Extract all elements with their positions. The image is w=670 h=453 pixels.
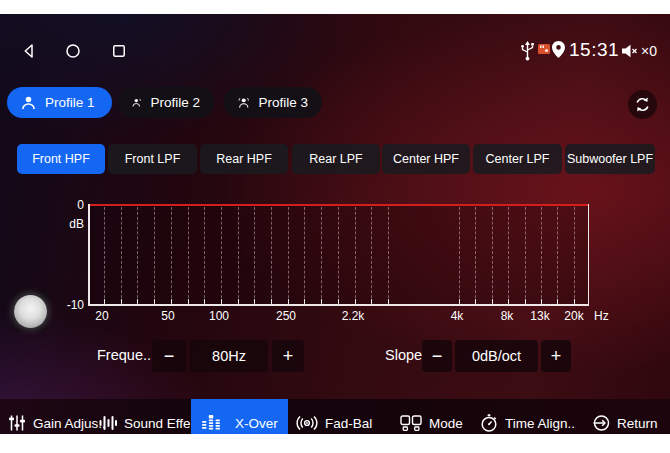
usb-status bbox=[519, 41, 536, 61]
frequency-label: Freque.. bbox=[97, 347, 151, 363]
grid-line bbox=[204, 207, 205, 303]
tab-subwoofer-lpf[interactable]: Subwoofer LPF bbox=[565, 144, 655, 174]
nav-item-label: Mode bbox=[429, 416, 463, 431]
profile-3-icon bbox=[238, 95, 249, 110]
axis-tick bbox=[459, 299, 460, 304]
nav-item-label: Fad-Bal bbox=[325, 416, 372, 431]
back-icon bbox=[20, 42, 38, 60]
grid-line bbox=[188, 207, 189, 303]
axis-tick bbox=[475, 299, 476, 304]
rotary-knob[interactable] bbox=[14, 295, 47, 328]
axis-tick bbox=[557, 299, 558, 304]
return-icon bbox=[592, 414, 610, 432]
x-tick-label: 100 bbox=[209, 309, 229, 323]
grid-line bbox=[171, 207, 172, 303]
time-align-icon bbox=[480, 414, 498, 432]
x-tick-label: 20 bbox=[95, 309, 108, 323]
sd-card-status bbox=[538, 44, 550, 54]
tab-profile-3[interactable]: Profile 3 bbox=[224, 87, 322, 118]
axis-tick bbox=[271, 299, 272, 304]
crossover-plot bbox=[88, 204, 589, 306]
usb-icon bbox=[519, 41, 536, 61]
tab-profile-2[interactable]: Profile 2 bbox=[118, 87, 214, 118]
grid-line bbox=[388, 207, 389, 303]
tab-front-lpf[interactable]: Front LPF bbox=[108, 144, 197, 174]
location-pin-icon bbox=[552, 41, 565, 58]
tab-center-hpf[interactable]: Center HPF bbox=[382, 144, 470, 174]
x-tick-label: 20k bbox=[564, 309, 583, 323]
axis-tick bbox=[492, 299, 493, 304]
grid-line bbox=[338, 207, 339, 303]
grid-line bbox=[121, 207, 122, 303]
profile-2-icon bbox=[132, 95, 141, 110]
axis-tick bbox=[137, 299, 138, 304]
mute-count: ×0 bbox=[641, 43, 657, 59]
refresh-icon bbox=[634, 96, 651, 113]
axis-tick bbox=[355, 299, 356, 304]
tab-front-hpf[interactable]: Front HPF bbox=[17, 144, 105, 174]
grid-line bbox=[321, 207, 322, 303]
volume-knob-container bbox=[11, 290, 49, 332]
slope-value: 0dB/oct bbox=[455, 340, 538, 372]
profile-label: Profile 1 bbox=[45, 95, 95, 110]
home-button[interactable] bbox=[64, 42, 82, 60]
frequency-plus-button[interactable]: + bbox=[272, 340, 304, 372]
grid-line bbox=[574, 207, 575, 303]
grid-line bbox=[154, 207, 155, 303]
bottom-white-strip bbox=[0, 434, 670, 453]
recents-button[interactable] bbox=[110, 42, 128, 60]
response-curve bbox=[90, 204, 588, 206]
profile-label: Profile 2 bbox=[150, 95, 200, 110]
grid-line bbox=[104, 207, 105, 303]
nav-item-label: Time Align.. bbox=[505, 416, 575, 431]
nav-item-label: Gain Adjus.. bbox=[33, 416, 106, 431]
grid-line bbox=[475, 207, 476, 303]
back-button[interactable] bbox=[20, 42, 38, 60]
axis-tick bbox=[238, 299, 239, 304]
frequency-minus-button[interactable]: − bbox=[152, 340, 186, 372]
tab-center-lpf[interactable]: Center LPF bbox=[473, 144, 562, 174]
y-axis-unit-label: dB bbox=[58, 217, 84, 231]
axis-tick bbox=[541, 299, 542, 304]
grid-line bbox=[304, 207, 305, 303]
tab-rear-lpf[interactable]: Rear LPF bbox=[292, 144, 380, 174]
x-over-icon bbox=[201, 415, 221, 431]
axis-tick bbox=[304, 299, 305, 304]
nav-item-label: X-Over bbox=[235, 416, 278, 431]
tab-label: Center LPF bbox=[486, 152, 550, 166]
main-area: 15:31 ×0 Profile 1 Profile 2 bbox=[0, 14, 670, 434]
tab-rear-hpf[interactable]: Rear HPF bbox=[200, 144, 288, 174]
grid-line bbox=[371, 207, 372, 303]
axis-tick bbox=[321, 299, 322, 304]
frequency-value: 80Hz bbox=[190, 340, 268, 372]
mute-status bbox=[622, 44, 638, 58]
y-axis-top-label: 0 bbox=[58, 198, 84, 212]
x-tick-label: 13k bbox=[530, 309, 549, 323]
grid-line bbox=[288, 207, 289, 303]
profile-1-icon bbox=[21, 95, 36, 110]
slope-minus-button[interactable]: − bbox=[422, 340, 452, 372]
grid-line bbox=[508, 207, 509, 303]
axis-tick bbox=[508, 299, 509, 304]
grid-line bbox=[221, 207, 222, 303]
axis-tick bbox=[525, 299, 526, 304]
x-tick-label: 250 bbox=[276, 309, 296, 323]
axis-tick bbox=[221, 299, 222, 304]
grid-line bbox=[557, 207, 558, 303]
axis-tick bbox=[121, 299, 122, 304]
nav-item-label: Return bbox=[617, 416, 658, 431]
recents-icon bbox=[110, 42, 128, 60]
slope-label: Slope bbox=[385, 347, 422, 363]
refresh-button[interactable] bbox=[628, 90, 657, 119]
axis-tick bbox=[574, 299, 575, 304]
fad-bal-icon bbox=[296, 415, 318, 431]
head-unit-screen: 15:31 ×0 Profile 1 Profile 2 bbox=[0, 0, 670, 453]
axis-tick bbox=[338, 299, 339, 304]
mode-icon bbox=[400, 415, 422, 432]
location-status bbox=[552, 41, 565, 58]
mute-speaker-icon bbox=[622, 44, 638, 58]
slope-plus-button[interactable]: + bbox=[541, 340, 571, 372]
tab-profile-1[interactable]: Profile 1 bbox=[7, 87, 112, 118]
axis-tick bbox=[104, 299, 105, 304]
x-tick-label: 8k bbox=[501, 309, 514, 323]
